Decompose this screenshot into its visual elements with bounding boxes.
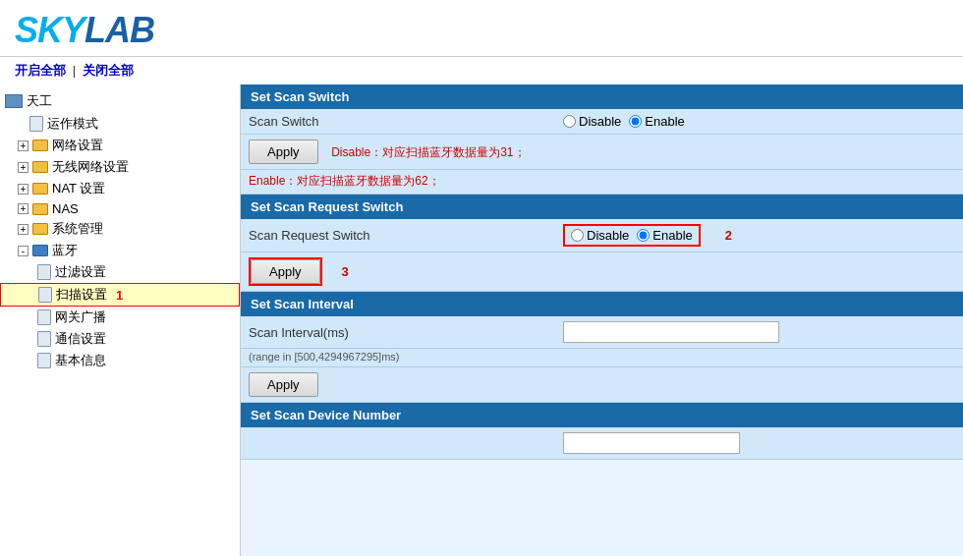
sidebar-item-label: 网关广播: [55, 308, 106, 326]
scan-device-number-controls: [563, 432, 955, 454]
bluetooth-folder-icon: [32, 245, 48, 256]
scan-device-number-row: [241, 427, 963, 460]
scan-switch-enable-radio[interactable]: [629, 115, 642, 128]
expand-icon[interactable]: +: [18, 162, 28, 173]
expand-icon[interactable]: +: [18, 224, 28, 235]
scan-switch-label: Scan Switch: [249, 114, 563, 129]
scan-switch-enable-label: Enable: [645, 114, 684, 129]
scan-interval-controls: [563, 321, 955, 343]
file-icon: [37, 353, 51, 368]
sidebar-item-bluetooth[interactable]: - 蓝牙: [0, 240, 240, 261]
sidebar-item-label: 运作模式: [47, 115, 98, 133]
sidebar-root[interactable]: 天工: [0, 89, 240, 113]
scan-request-enable-label: Enable: [652, 228, 692, 243]
top-links-bar: 开启全部 | 关闭全部: [0, 57, 963, 84]
sidebar-item-saomiaoshezhi[interactable]: 扫描设置 1: [0, 283, 240, 307]
scan-switch-header: Set Scan Switch: [241, 84, 963, 109]
scan-interval-range-hint: (range in [500,4294967295]ms): [241, 349, 963, 367]
expand-icon[interactable]: +: [18, 203, 28, 214]
scan-request-label: Scan Request Switch: [249, 228, 563, 243]
scan-switch-note2-text: Enable：对应扫描蓝牙数据量为62；: [249, 174, 440, 188]
annotation-2: 2: [725, 228, 732, 243]
sidebar-item-wangluoshezhi[interactable]: + 网络设置: [0, 135, 240, 156]
open-all-link[interactable]: 开启全部: [15, 63, 66, 78]
sidebar-item-yunzuomoshi[interactable]: 运作模式: [0, 113, 240, 135]
file-icon: [37, 331, 51, 347]
logo: SKYLAB: [15, 10, 963, 51]
sidebar-item-label: NAT 设置: [52, 180, 105, 197]
sidebar-item-guolvshezhi[interactable]: 过滤设置: [0, 261, 240, 283]
scan-request-disable-radio[interactable]: [571, 229, 584, 242]
scan-device-number-input[interactable]: [563, 432, 740, 454]
sidebar-item-nas[interactable]: + NAS: [0, 199, 240, 218]
folder-icon: [32, 223, 48, 235]
file-icon: [37, 309, 51, 325]
annotation-3: 3: [342, 264, 349, 279]
sidebar-item-label: 通信设置: [55, 330, 106, 348]
scan-interval-input[interactable]: [563, 321, 779, 343]
scan-interval-apply-row: Apply: [241, 367, 963, 403]
file-icon: [38, 287, 52, 303]
sidebar-item-wuxianwanglu[interactable]: + 无线网络设置: [0, 156, 240, 178]
scan-switch-apply-row: Apply Disable：对应扫描蓝牙数据量为31；: [241, 135, 963, 170]
sidebar-item-label: 无线网络设置: [52, 158, 129, 176]
scan-request-apply-row: Apply 3: [241, 252, 963, 292]
scan-interval-row: Scan Interval(ms): [241, 316, 963, 349]
folder-icon: [32, 203, 48, 215]
scan-request-disable-label: Disable: [587, 228, 629, 243]
sidebar-item-label: 蓝牙: [52, 242, 78, 259]
sidebar-item-tongxin[interactable]: 通信设置: [0, 328, 240, 350]
file-icon: [29, 116, 43, 132]
content-area: Set Scan Switch Scan Switch Disable Enab…: [241, 84, 963, 556]
close-all-link[interactable]: 关闭全部: [83, 63, 134, 78]
scan-switch-disable-label: Disable: [579, 114, 621, 129]
sidebar-item-label: 网络设置: [52, 137, 103, 154]
scan-switch-disable-radio[interactable]: [563, 115, 576, 128]
scan-request-disable-option[interactable]: Disable: [571, 228, 629, 243]
scan-interval-label: Scan Interval(ms): [249, 325, 563, 340]
folder-icon: [32, 161, 48, 173]
scan-switch-disable-option[interactable]: Disable: [563, 114, 621, 129]
file-icon: [37, 264, 51, 280]
expand-icon[interactable]: +: [18, 140, 28, 151]
annotation-1: 1: [116, 288, 123, 303]
sidebar-item-label: 扫描设置: [56, 286, 107, 304]
scan-request-header: Set Scan Request Switch: [241, 195, 963, 219]
scan-request-radio-group-highlighted: Disable Enable: [563, 224, 701, 247]
sidebar-item-nat[interactable]: + NAT 设置: [0, 178, 240, 199]
scan-switch-controls: Disable Enable: [563, 114, 955, 129]
scan-request-apply-button[interactable]: Apply: [251, 259, 320, 284]
scan-switch-radio-group: Disable Enable: [563, 114, 685, 129]
sidebar-root-label: 天工: [27, 92, 52, 110]
scan-switch-apply-button[interactable]: Apply: [249, 140, 318, 164]
scan-interval-header: Set Scan Interval: [241, 292, 963, 316]
folder-icon: [32, 183, 48, 195]
logo-sky: SKY: [15, 10, 85, 50]
logo-lab: LAB: [85, 10, 154, 50]
scan-switch-enable-option[interactable]: Enable: [629, 114, 684, 129]
sidebar: 天工 运作模式 + 网络设置 + 无线网络设置 + NAT 设置 + NAS: [0, 84, 241, 556]
scan-request-apply-highlighted: Apply: [249, 257, 322, 286]
folder-icon: [32, 140, 48, 151]
computer-icon: [5, 94, 23, 108]
sidebar-item-label: NAS: [52, 201, 79, 216]
separator: |: [73, 63, 76, 78]
expand-bluetooth-icon[interactable]: -: [18, 246, 28, 256]
scan-request-row: Scan Request Switch Disable Enable 2: [241, 219, 963, 252]
scan-interval-apply-button[interactable]: Apply: [249, 372, 318, 397]
scan-switch-note2: Enable：对应扫描蓝牙数据量为62；: [241, 170, 963, 195]
sidebar-item-label: 基本信息: [55, 352, 106, 369]
scan-request-enable-option[interactable]: Enable: [637, 228, 692, 243]
scan-request-controls: Disable Enable 2: [563, 224, 955, 247]
sidebar-item-label: 过滤设置: [55, 263, 106, 281]
sidebar-item-xitongguanli[interactable]: + 系统管理: [0, 218, 240, 240]
expand-icon[interactable]: +: [18, 184, 28, 195]
scan-switch-note1: Disable：对应扫描蓝牙数据量为31；: [331, 145, 525, 159]
scan-switch-row: Scan Switch Disable Enable: [241, 109, 963, 135]
sidebar-item-label: 系统管理: [52, 220, 103, 238]
scan-request-enable-radio[interactable]: [637, 229, 650, 242]
sidebar-item-jibenmessage[interactable]: 基本信息: [0, 350, 240, 371]
scan-device-number-header: Set Scan Device Number: [241, 403, 963, 427]
sidebar-item-wangguan[interactable]: 网关广播: [0, 307, 240, 328]
